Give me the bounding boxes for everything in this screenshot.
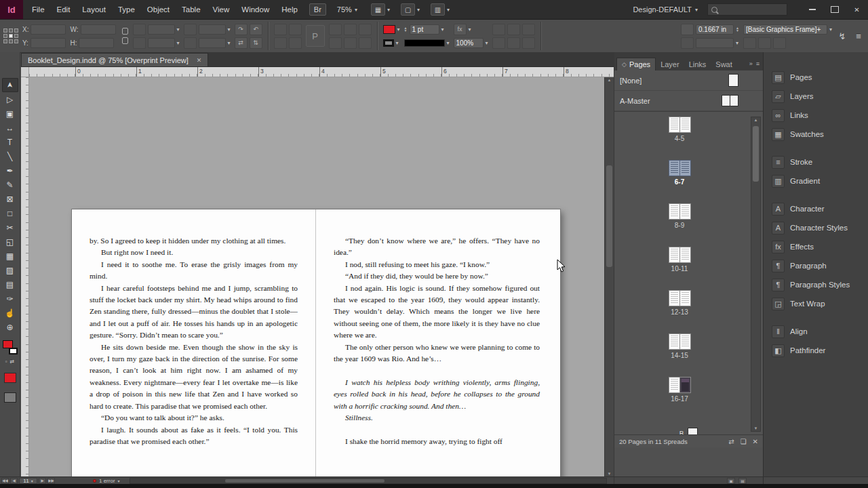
horizontal-scrollbar[interactable] (130, 478, 607, 484)
menu-file[interactable]: File (26, 0, 51, 19)
next-page-button[interactable]: ▶ (39, 478, 46, 484)
master-row-a[interactable]: A-Master (614, 91, 763, 111)
dock-item-paragraph[interactable]: ¶Paragraph (764, 256, 868, 275)
create-new-page-icon[interactable]: ❏ (741, 438, 747, 445)
align-icon-3[interactable] (359, 24, 372, 35)
quick-apply-icon[interactable]: ↯ (836, 24, 848, 47)
rectangle-tool[interactable]: □ (2, 206, 18, 220)
fill-stroke-proxy[interactable] (3, 340, 18, 354)
object-style-icon-1[interactable] (743, 37, 756, 49)
dock-item-gradient[interactable]: ▥Gradient (764, 171, 868, 190)
gradient-feather-tool[interactable]: ▨ (2, 263, 18, 277)
menu-object[interactable]: Object (141, 0, 176, 19)
delete-page-icon[interactable]: ✕ (753, 438, 758, 445)
x-field[interactable] (31, 24, 66, 35)
stroke-color-indicator[interactable] (9, 348, 18, 354)
master-row-none[interactable]: [None] (614, 70, 763, 91)
scroll-up-icon[interactable]: ▲ (605, 78, 614, 82)
pages-scrollbar[interactable]: ▲ ▼ (751, 117, 761, 432)
vertical-ruler[interactable] (21, 77, 29, 476)
menu-window[interactable]: Window (235, 0, 275, 19)
document-tab[interactable]: Booklet_Design.indd @ 75% [Overprint Pre… (21, 53, 208, 66)
rotate-90-ccw-icon[interactable]: ↶ (250, 24, 262, 35)
menu-view[interactable]: View (207, 0, 236, 19)
page-spread[interactable]: by. So I agreed to keep it hidden under … (72, 209, 560, 476)
rotate-90-cw-icon[interactable]: ↷ (235, 24, 248, 35)
chevron-down-icon[interactable]: ▾ (228, 40, 231, 46)
menu-edit[interactable]: Edit (51, 0, 77, 19)
pencil-tool[interactable]: ✎ (2, 178, 18, 192)
master-a-thumbnail[interactable] (722, 95, 738, 106)
dock-item-align[interactable]: ‖Align (764, 322, 868, 341)
swap-colors-icon[interactable]: ⇄ (10, 359, 15, 365)
menu-help[interactable]: Help (275, 0, 304, 19)
stroke-color-swatch[interactable] (383, 39, 394, 47)
page-left[interactable]: by. So I agreed to keep it hidden under … (72, 209, 316, 476)
chevron-down-icon[interactable]: ▾ (396, 40, 399, 46)
selection-tool[interactable]: ➤ (2, 78, 18, 92)
spread-4-5[interactable]: 4-5 (614, 117, 745, 160)
app-logo[interactable]: Id (0, 0, 23, 19)
dock-item-text-wrap[interactable]: ◲Text Wrap (764, 294, 868, 313)
horizontal-ruler[interactable]: 0 1 2 3 4 5 6 7 8 (29, 67, 614, 77)
chevron-down-icon[interactable]: ▾ (486, 40, 488, 46)
shear-angle-field[interactable] (199, 38, 226, 48)
previous-page-button[interactable]: ◀ (10, 478, 18, 484)
spread-6-7[interactable]: 6-7 (614, 160, 745, 203)
type-tool[interactable]: T (2, 135, 18, 149)
gap-tool[interactable]: ↔ (2, 121, 18, 135)
distribute-icon-1[interactable] (329, 37, 342, 49)
eyedropper-tool[interactable]: ✑ (2, 291, 18, 306)
search-input[interactable] (707, 3, 787, 16)
height-field[interactable] (79, 38, 114, 48)
page-tool[interactable]: ▣ (2, 106, 18, 121)
fill-color-swatch[interactable] (383, 25, 395, 34)
spread-14-15[interactable]: 14-15 (614, 333, 745, 377)
y-field[interactable] (31, 38, 66, 48)
spread-12-13[interactable]: 12-13 (614, 290, 745, 333)
dock-item-layers[interactable]: ▱Layers (764, 87, 868, 106)
panel-menu-icon[interactable]: ≡ (852, 24, 865, 47)
note-tool[interactable]: ▤ (2, 277, 18, 291)
opacity-field[interactable]: 100% (454, 38, 484, 48)
corner-radius-field[interactable] (696, 38, 734, 48)
hand-tool[interactable]: ☝ (2, 306, 18, 320)
effects-icon[interactable]: fx (454, 24, 467, 35)
select-container-icon[interactable] (274, 24, 287, 35)
apply-color-button[interactable] (4, 373, 16, 383)
dock-item-effects[interactable]: fxEffects (764, 237, 868, 256)
vertical-scroll-thumb[interactable] (606, 165, 612, 267)
close-icon[interactable]: ✕ (197, 57, 202, 64)
chevron-down-icon[interactable]: ▾ (397, 26, 400, 33)
dock-item-links[interactable]: ∞Links (764, 106, 868, 125)
default-colors-icon[interactable]: ▫ (5, 359, 7, 365)
ruler-origin[interactable] (21, 67, 29, 77)
menu-layout[interactable]: Layout (76, 0, 112, 19)
menu-type[interactable]: Type (112, 0, 141, 19)
text-wrap-icon-2[interactable] (507, 24, 520, 35)
dock-item-stroke[interactable]: ≡Stroke (764, 152, 868, 171)
restore-button[interactable] (823, 1, 846, 18)
tab-pages[interactable]: ◇ Pages (616, 58, 656, 70)
dock-item-paragraph-styles[interactable]: ¶Paragraph Styles (764, 275, 868, 294)
screen-mode-toggle[interactable] (4, 392, 16, 403)
expand-panels-icon[interactable]: » (749, 60, 753, 67)
frame-fitting-icon-3[interactable] (522, 37, 535, 49)
distribute-icon-3[interactable] (359, 37, 372, 49)
dock-item-pathfinder[interactable]: ◧Pathfinder (764, 341, 868, 360)
minimize-button[interactable] (801, 1, 823, 18)
pasteboard[interactable]: by. So I agreed to keep it hidden under … (29, 77, 604, 476)
close-button[interactable]: ✕ (846, 1, 868, 18)
page-right[interactable]: “They don’t know where we are,” he offer… (316, 209, 560, 476)
scissors-tool[interactable]: ✂ (2, 220, 18, 235)
object-style-select[interactable]: [Basic Graphics Frame]+ (743, 24, 827, 35)
object-style-icon-2[interactable] (758, 37, 771, 49)
scroll-down-icon[interactable]: ▼ (751, 426, 760, 430)
align-icon-1[interactable] (329, 24, 342, 35)
fill-color-indicator[interactable] (3, 340, 13, 348)
select-previous-icon[interactable] (274, 37, 287, 49)
master-none-thumbnail[interactable] (728, 74, 738, 87)
first-page-button[interactable]: ◀◀ (1, 478, 9, 484)
spread-16-17[interactable]: 16-17 (614, 377, 745, 420)
page-transitions-icon[interactable]: ⇄ (728, 438, 734, 445)
